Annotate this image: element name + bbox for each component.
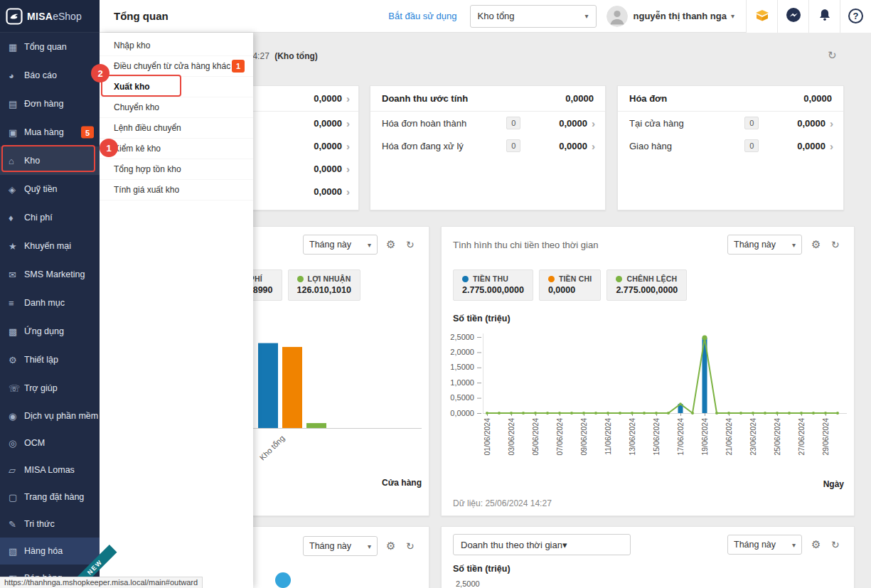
legend-dot <box>548 276 555 282</box>
sidebar-item-chi-phi[interactable]: ♦Chi phí <box>0 203 100 232</box>
sidebar-item-quy-tien[interactable]: ◈Quỹ tiền <box>0 175 100 203</box>
store-selector[interactable]: Kho tổng ▾ <box>470 5 597 28</box>
sidebar-item-tro-giup[interactable]: ☏Trợ giúp <box>0 374 100 402</box>
refresh-icon[interactable]: ↻ <box>828 49 837 62</box>
x-tick-label: 13/06/2024 <box>628 418 636 456</box>
refresh-icon[interactable]: ↻ <box>831 540 840 550</box>
y-tick-label: 0,0000 <box>450 409 474 417</box>
sidebar-item-don-hang[interactable]: ▤Đơn hàng <box>0 90 100 118</box>
marker-CHÊNH LỆCH <box>739 412 742 415</box>
gear-icon[interactable]: ⚙ <box>811 239 821 250</box>
legend-item[interactable]: TIỀN CHI0,0000 <box>539 269 602 301</box>
card-rows: Tại cửa hàng00,0000›Giao hàng00,0000› <box>618 112 843 157</box>
submenu-item-nhap-kho[interactable]: Nhập kho <box>100 36 253 56</box>
x-tick-label: 23/06/2024 <box>749 418 757 456</box>
legend-item[interactable]: LỢI NHUẬN126.010,1010 <box>288 269 360 301</box>
chart-type-selector[interactable]: Doanh thu theo thời gian ▾ <box>453 534 631 555</box>
y-axis-label: Số tiền (triệu) <box>453 314 511 324</box>
sidebar-item-khuyen-mai[interactable]: ★Khuyến mại <box>0 232 100 260</box>
marker-CHÊNH LỆCH <box>619 412 621 415</box>
refresh-icon[interactable]: ↻ <box>831 240 840 250</box>
row-value: 0,0000 <box>797 118 825 129</box>
marker-CHÊNH LỆCH <box>534 412 537 415</box>
ocm-icon: ◎ <box>9 438 24 449</box>
sidebar-item-hang-hoa[interactable]: ▧Hàng hóa <box>0 538 100 565</box>
sidebar-item-bao-cao[interactable]: ◕Báo cáo <box>0 61 100 90</box>
sidebar-item-label: Trợ giúp <box>24 383 58 393</box>
sidebar-item-thiet-lap[interactable]: ⚙Thiết lập <box>0 346 100 374</box>
legend-item[interactable]: CHÊNH LỆCH2.775.000,0000 <box>607 269 687 301</box>
refresh-icon[interactable]: ↻ <box>406 240 415 250</box>
card-row-hoa-don-dang-xu-ly[interactable]: Hóa đơn đang xử lý00,0000› <box>370 134 605 157</box>
getting-started-link[interactable]: Bắt đầu sử dụng <box>388 11 456 21</box>
submenu-item-lenh-dieu-chuyen[interactable]: Lệnh điều chuyển <box>100 118 253 139</box>
cashflow-chart: 0,00000,50001,00001,50002,00002,500001/0… <box>442 326 855 504</box>
whats-new-button[interactable] <box>746 0 777 33</box>
x-axis-title: Cửa hàng <box>382 478 422 488</box>
gear-icon[interactable]: ⚙ <box>386 540 395 551</box>
sidebar-item-label: Mua hàng <box>24 127 64 137</box>
row-value: 0,0000 <box>314 164 342 174</box>
sidebar-item-tri-thuc[interactable]: ✎Tri thức <box>0 511 100 538</box>
marker-CHÊNH LỆCH <box>702 336 707 341</box>
header-right: Bắt đầu sử dụng Kho tổng ▾ nguyễn thị th… <box>388 0 871 32</box>
submenu-item-tong-hop-ton-kho[interactable]: Tổng hợp tồn kho <box>100 159 253 180</box>
card-row-giao-hang[interactable]: Giao hàng00,0000› <box>618 134 843 157</box>
legend-value: 2.775.000,0000 <box>616 285 678 295</box>
card-row-tai-cua-hang[interactable]: Tại cửa hàng00,0000› <box>618 112 843 134</box>
submenu-item-chuyen-kho[interactable]: Chuyển kho <box>100 97 253 118</box>
chevron-down-icon: ▾ <box>562 540 567 550</box>
sidebar-item-dich-vu-phan-mem[interactable]: ◉Dịch vụ phần mềm <box>0 402 100 429</box>
x-tick-label: 15/06/2024 <box>652 418 661 456</box>
x-axis-title: Ngày <box>823 479 845 489</box>
gear-icon[interactable]: ⚙ <box>811 539 821 550</box>
x-tick-label: 21/06/2024 <box>725 418 733 456</box>
sidebar-nav: ▦Tổng quan◕Báo cáo▤Đơn hàng▣Mua hàng5⌂Kh… <box>0 33 100 588</box>
sidebar-item-ocm[interactable]: ◎OCM <box>0 429 100 456</box>
period-selector[interactable]: Tháng này ▾ <box>303 235 378 255</box>
period-selector[interactable]: Tháng này ▾ <box>727 535 802 555</box>
sidebar-item-ung-dung[interactable]: ▩Ứng dụng <box>0 317 100 346</box>
chevron-down-icon: ▾ <box>579 12 589 20</box>
submenu-item-label: Tổng hợp tồn kho <box>114 164 181 174</box>
card-row-hoa-don-hoan-thanh[interactable]: Hóa đơn hoàn thành00,0000› <box>370 112 605 134</box>
sidebar-item-trang-dat-hang[interactable]: ▢Trang đặt hàng <box>0 483 100 511</box>
gear-icon[interactable]: ⚙ <box>386 239 395 250</box>
legend-dot <box>462 276 469 282</box>
categories-icon: ≡ <box>9 298 24 309</box>
y-tick-label: 2,0000 <box>450 348 474 356</box>
marker-CHÊNH LỆCH <box>691 412 694 415</box>
x-tick-label: 11/06/2024 <box>604 418 612 455</box>
user-name: nguyễn thị thanh nga <box>634 11 727 21</box>
messenger-button[interactable] <box>777 0 808 33</box>
chevron-right-icon: › <box>346 164 350 174</box>
sidebar-item-tong-quan[interactable]: ▦Tổng quan <box>0 33 100 61</box>
submenu-item-kiem-ke-kho[interactable]: Kiểm kê kho <box>100 139 253 159</box>
help-button[interactable]: ? <box>840 0 871 33</box>
marker-CHÊNH LỆCH <box>655 412 658 415</box>
submenu-item-label: Điều chuyển từ cửa hàng khác <box>114 61 230 71</box>
notification-badge: 5 <box>81 127 94 139</box>
period-selector[interactable]: Tháng này ▾ <box>303 536 378 556</box>
sidebar-item-label: Chi phí <box>24 213 53 223</box>
sidebar-item-mua-hang[interactable]: ▣Mua hàng5 <box>0 118 100 146</box>
notifications-button[interactable] <box>808 0 840 33</box>
sidebar-item-misa-lomas[interactable]: ▱MISA Lomas <box>0 456 100 483</box>
count-badge: 0 <box>506 139 520 152</box>
bar-series-green <box>306 423 326 428</box>
warehouse-submenu: Nhập khoĐiều chuyển từ cửa hàng khác1Xuấ… <box>100 33 253 588</box>
submenu-item-tinh-gia-xuat-kho[interactable]: Tính giá xuất kho <box>100 180 253 201</box>
sidebar-item-danh-muc[interactable]: ≡Danh mục <box>0 289 100 317</box>
card-total: 0,0000 <box>803 93 832 104</box>
period-selector[interactable]: Tháng này ▾ <box>727 235 802 255</box>
sidebar-item-label: Tri thức <box>24 519 55 529</box>
app-header: Tổng quan Bắt đầu sử dụng Kho tổng ▾ ngu… <box>100 0 871 33</box>
submenu-item-dieu-chuyen-tu-cua-hang-khac[interactable]: Điều chuyển từ cửa hàng khác1 <box>100 56 253 77</box>
refresh-icon[interactable]: ↻ <box>406 541 415 551</box>
legend-item[interactable]: TIỀN THU2.775.000,0000 <box>453 269 533 301</box>
sidebar-item-sms-marketing[interactable]: ✉SMS Marketing <box>0 260 100 289</box>
user-menu[interactable]: nguyễn thị thanh nga ▾ <box>607 6 739 27</box>
y-tick-label: 0,5000 <box>450 393 474 402</box>
sms-marketing-icon: ✉ <box>9 269 24 280</box>
row-value: 0,0000 <box>314 93 342 104</box>
